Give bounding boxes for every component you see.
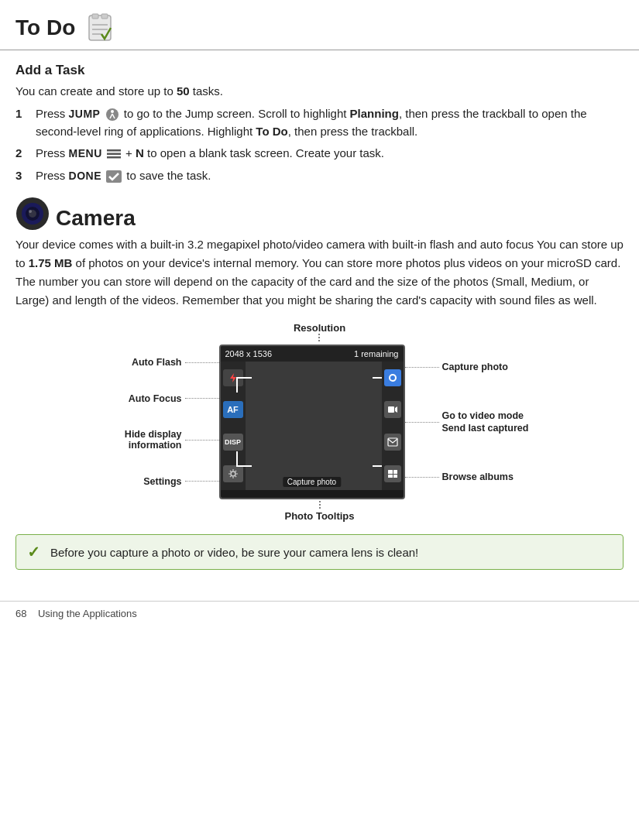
svg-rect-10	[107, 149, 121, 152]
svg-rect-27	[388, 470, 393, 474]
browse-albums-label: Browse albums	[405, 471, 514, 482]
jump-icon	[105, 108, 119, 122]
svg-rect-11	[107, 153, 121, 156]
camera-screen: 2048 x 1536 1 remaining AF	[219, 345, 405, 499]
svg-rect-26	[388, 438, 397, 446]
page-footer: 68 Using the Applications	[0, 601, 639, 626]
todo-icon	[84, 12, 115, 43]
cam-capture-label: Capture photo	[283, 477, 341, 487]
go-to-video-label: Go to video mode Send last captured	[405, 406, 529, 437]
cam-video-btn	[384, 401, 401, 418]
add-task-section: Add a Task You can create and store up t…	[15, 63, 624, 184]
steps-list: 1 Press JUMP to go to the Jump screen. S…	[15, 105, 624, 184]
diagram-main: Auto Flash Auto Focus Hide displayinform…	[15, 345, 624, 499]
cam-capture-btn	[384, 369, 401, 386]
tip-text: Before you capture a photo or video, be …	[50, 546, 418, 559]
tip-check-icon: ✓	[27, 543, 43, 561]
camera-description: Your device comes with a built-in 3.2 me…	[15, 235, 624, 310]
add-task-title: Add a Task	[15, 63, 624, 78]
settings-label: Settings	[143, 476, 218, 487]
svg-rect-30	[393, 475, 397, 478]
done-icon	[106, 170, 122, 183]
cam-browse-btn	[384, 465, 401, 482]
svg-rect-29	[388, 475, 393, 478]
svg-rect-1	[92, 14, 98, 19]
svg-rect-2	[101, 14, 108, 19]
diagram-left-labels: Auto Flash Auto Focus Hide displayinform…	[111, 345, 219, 499]
cam-send-btn	[384, 434, 401, 451]
svg-marker-25	[395, 406, 397, 413]
svg-rect-28	[393, 470, 397, 474]
tooltips-line	[319, 501, 321, 510]
auto-flash-label: Auto Flash	[132, 357, 219, 368]
cam-screen-body: AF DISP	[221, 362, 404, 490]
hide-display-label: Hide displayinformation	[125, 429, 219, 451]
photo-tooltips-label: Photo Tooltips	[284, 510, 354, 522]
resolution-label: Resolution	[294, 322, 345, 334]
svg-point-18	[29, 210, 32, 213]
cam-af-btn: AF	[223, 401, 243, 418]
camera-header: Camera	[15, 197, 624, 231]
remaining-display: 1 remaining	[354, 349, 398, 358]
auto-focus-label: Auto Focus	[129, 393, 219, 404]
camera-diagram: Resolution Auto Flash Auto Focus Hide di	[15, 322, 624, 522]
page-number: 68	[15, 608, 26, 619]
vf-corner-tl	[236, 377, 252, 393]
vf-corner-bl	[236, 451, 252, 467]
svg-point-7	[111, 110, 114, 113]
svg-rect-12	[107, 156, 121, 159]
cam-right-buttons	[382, 362, 404, 490]
step-3: 3 Press DONE to save the task.	[15, 167, 624, 185]
tip-box: ✓ Before you capture a photo or video, b…	[15, 534, 624, 570]
svg-rect-24	[388, 406, 394, 413]
capture-photo-label: Capture photo	[405, 362, 508, 372]
page-title: To Do	[15, 15, 75, 40]
page-section-label: Using the Applications	[38, 608, 137, 619]
svg-rect-13	[106, 170, 122, 183]
menu-icon	[107, 149, 121, 159]
camera-section: Camera Your device comes with a built-in…	[15, 197, 624, 570]
svg-rect-0	[89, 15, 111, 40]
diagram-right-labels: Capture photo Go to video mode Send last…	[405, 345, 529, 499]
cam-settings-btn	[223, 465, 243, 482]
page-header: To Do	[0, 0, 639, 50]
svg-marker-20	[230, 373, 236, 382]
resolution-display: 2048 x 1536	[225, 349, 273, 358]
camera-title: Camera	[56, 206, 136, 231]
cam-disp-btn: DISP	[223, 434, 243, 451]
add-task-intro: You can create and store up to 50 tasks.	[15, 84, 624, 98]
camera-icon	[15, 197, 50, 231]
cam-screen-top: 2048 x 1536 1 remaining	[221, 346, 404, 362]
svg-point-23	[390, 375, 395, 380]
photo-tooltips-wrap: Photo Tooltips	[284, 501, 354, 522]
main-content: Add a Task You can create and store up t…	[0, 50, 639, 595]
svg-point-21	[231, 471, 235, 476]
step-2: 2 Press MENU + N to open a blank task sc…	[15, 145, 624, 163]
resolution-line	[318, 334, 320, 343]
step-1: 1 Press JUMP to go to the Jump screen. S…	[15, 105, 624, 140]
